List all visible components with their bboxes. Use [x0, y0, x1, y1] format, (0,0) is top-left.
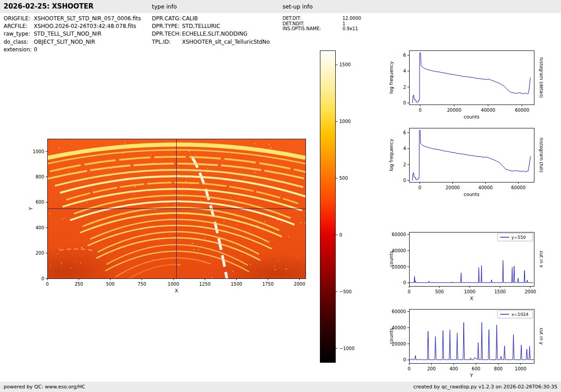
svg-text:400: 400: [36, 225, 44, 230]
svg-text:400: 400: [449, 366, 458, 371]
histogram-detail-chart: 02000040000600000246countslog frequencyh…: [388, 47, 543, 123]
meta-row: do_class:OBJECT_SLIT_NOD_NIR: [4, 38, 141, 46]
svg-text:250: 250: [74, 282, 83, 287]
setup-info-heading: set-up info: [283, 0, 313, 13]
svg-text:200: 200: [36, 251, 44, 255]
raw-type-label: raw_type:: [4, 30, 34, 38]
setup-info-block: DET.DIT:12.0000 DET.NDIT:1 INS.OPTI5.NAM…: [283, 16, 361, 32]
meta-row: ORIGFILE:XSHOOTER_SLT_STD_NIR_057_0006.f…: [4, 15, 141, 23]
footer-bar: powered by QC: www.eso.org/HC created by…: [0, 382, 561, 392]
svg-text:600: 600: [472, 366, 480, 371]
svg-text:500: 500: [106, 282, 114, 287]
svg-text:1000: 1000: [515, 366, 526, 371]
det-dit-label: DET.DIT:: [283, 16, 342, 21]
svg-text:800: 800: [36, 174, 44, 179]
dpr-type-label: DPR.TYPE:: [152, 23, 182, 30]
svg-text:cut in x: cut in x: [539, 251, 543, 267]
svg-text:histogram (detail): histogram (detail): [539, 57, 543, 98]
meta-row: DPR.CATG:CALIB: [152, 15, 270, 23]
dpr-catg-label: DPR.CATG:: [152, 15, 182, 23]
svg-text:750: 750: [137, 282, 146, 287]
svg-text:2000: 2000: [294, 282, 305, 287]
svg-text:0: 0: [41, 276, 44, 281]
meta-row: INS.OPTI5.NAME:0.9x11: [283, 26, 361, 32]
cut-in-y-chart: 020040060080010000200004000060000Ycounts…: [388, 305, 543, 382]
svg-text:log frequency: log frequency: [388, 139, 394, 171]
svg-text:Y: Y: [28, 207, 33, 210]
histogram-full-chart: 02000040000600000246countslog frequencyh…: [388, 124, 543, 201]
do-class-label: do_class:: [4, 38, 34, 46]
meta-row: DET.NDIT:1: [283, 21, 361, 27]
svg-text:0: 0: [403, 178, 406, 183]
svg-text:−500: −500: [339, 289, 351, 294]
svg-text:0: 0: [46, 282, 49, 287]
svg-text:0: 0: [419, 108, 421, 113]
svg-text:Y: Y: [470, 373, 473, 378]
svg-text:counts: counts: [388, 251, 394, 267]
svg-text:counts: counts: [464, 114, 479, 119]
svg-text:0: 0: [403, 280, 406, 285]
meta-row: DET.DIT:12.0000: [283, 16, 361, 21]
det-dit-value: 12.0000: [342, 16, 361, 21]
svg-text:40000: 40000: [479, 185, 493, 190]
svg-text:60000: 60000: [392, 309, 406, 314]
svg-text:4: 4: [403, 146, 406, 151]
svg-text:y=550: y=550: [511, 235, 526, 240]
colorbar: 150010005000−500−1000: [320, 50, 358, 363]
extension-value: 0: [34, 46, 37, 53]
dpr-tech-value: ECHELLE,SLIT,NODDING: [182, 31, 247, 37]
type-info-heading: type info: [152, 0, 177, 13]
svg-text:1500: 1500: [494, 289, 506, 294]
file-metadata-block: ORIGFILE:XSHOOTER_SLT_STD_NIR_057_0006.f…: [4, 15, 141, 54]
svg-text:counts: counts: [388, 328, 394, 344]
meta-row: ARCFILE:XSHOO.2026-02-26T03:42:48.078.fi…: [4, 23, 141, 30]
do-class-value: OBJECT_SLIT_NOD_NIR: [34, 39, 95, 45]
svg-text:60000: 60000: [515, 108, 529, 113]
svg-text:6: 6: [403, 130, 406, 135]
meta-row: DPR.TECH:ECHELLE,SLIT,NODDING: [152, 30, 270, 38]
svg-text:1500: 1500: [339, 62, 351, 67]
meta-row: raw_type:STD_TELL_SLIT_NOD_NIR: [4, 30, 141, 38]
svg-text:counts: counts: [464, 191, 479, 197]
meta-row: DPR.TYPE:STD,TELLURIC: [152, 23, 270, 30]
svg-text:0: 0: [419, 185, 421, 190]
svg-text:500: 500: [435, 289, 444, 294]
svg-text:4: 4: [403, 68, 406, 73]
det-ndit-label: DET.NDIT:: [283, 21, 342, 27]
svg-text:histogram (full): histogram (full): [539, 137, 543, 172]
svg-text:0: 0: [403, 100, 406, 105]
svg-text:2: 2: [403, 162, 406, 167]
svg-text:1000: 1000: [339, 119, 351, 124]
type-info-block: DPR.CATG:CALIB DPR.TYPE:STD,TELLURIC DPR…: [152, 15, 270, 46]
svg-text:600: 600: [36, 200, 44, 205]
arcfile-label: ARCFILE:: [4, 23, 34, 30]
header-bar: 2026-02-25: XSHOOTER type info set-up in…: [0, 0, 561, 13]
det-ndit-value: 1: [342, 21, 345, 26]
svg-text:1250: 1250: [199, 282, 210, 287]
svg-text:1500: 1500: [231, 282, 242, 287]
dpr-type-value: STD,TELLURIC: [182, 23, 220, 29]
origfile-label: ORIGFILE:: [4, 15, 34, 23]
svg-text:0: 0: [408, 289, 410, 294]
raw-type-value: STD_TELL_SLIT_NOD_NIR: [34, 31, 101, 37]
dpr-catg-value: CALIB: [182, 15, 198, 22]
ins-opti5-name-label: INS.OPTI5.NAME:: [283, 26, 342, 32]
svg-text:X: X: [175, 288, 178, 293]
tpl-id-label: TPL.ID:: [152, 38, 182, 46]
ins-opti5-name-value: 0.9x11: [342, 26, 358, 31]
meta-row: TPL.ID:XSHOOTER_slt_cal_TelluricStdNo: [152, 38, 270, 46]
svg-text:500: 500: [339, 176, 348, 181]
meta-row: extension:0: [4, 46, 141, 54]
svg-text:x=1024: x=1024: [511, 312, 529, 317]
svg-text:0: 0: [339, 232, 342, 237]
svg-text:X: X: [470, 296, 473, 301]
svg-text:20000: 20000: [446, 185, 460, 190]
svg-text:cut in y: cut in y: [539, 328, 543, 344]
svg-text:200: 200: [427, 366, 436, 371]
svg-text:0: 0: [403, 357, 406, 362]
dpr-tech-label: DPR.TECH:: [152, 30, 182, 38]
svg-text:40000: 40000: [481, 108, 495, 113]
tpl-id-value: XSHOOTER_slt_cal_TelluricStdNo: [182, 39, 270, 45]
svg-text:60000: 60000: [392, 232, 406, 237]
svg-text:1750: 1750: [262, 282, 274, 287]
